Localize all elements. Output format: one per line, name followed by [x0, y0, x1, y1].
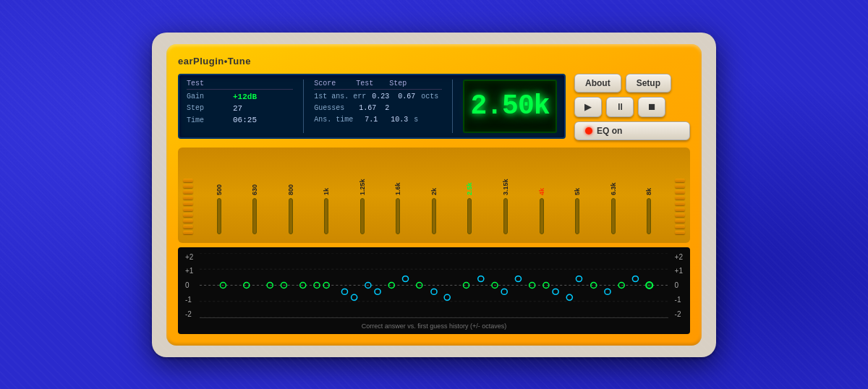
band-2k[interactable]: 2k [416, 152, 452, 237]
band-800-track[interactable] [289, 198, 293, 234]
band-630-label: 630 [251, 152, 258, 195]
band-2.5k[interactable]: 2.5k [452, 152, 488, 237]
band-5k[interactable]: 5k [559, 152, 595, 237]
rib [183, 196, 193, 200]
band-1.25k[interactable]: 1.25k [344, 152, 380, 237]
band-1.6k[interactable]: 1.6k [380, 152, 417, 237]
lcd-divider-1 [303, 80, 304, 133]
chart-svg [200, 253, 668, 317]
test-col-header: Test [356, 80, 373, 87]
svg-point-32 [605, 288, 610, 294]
big-freq-display: 2.50k [463, 80, 557, 133]
band-1.25k-track[interactable] [360, 198, 365, 234]
svg-point-17 [402, 275, 408, 281]
eq-on-label: EQ on [597, 126, 622, 136]
band-5k-track[interactable] [575, 198, 579, 234]
rib [675, 202, 685, 205]
lcd-divider-2 [452, 80, 453, 133]
lcd-score-section: Score Test Step 1st ans. err 0.23 0.67 o… [314, 80, 442, 133]
band-3.15k-track[interactable] [503, 198, 508, 234]
band-1k-track[interactable] [324, 198, 328, 234]
slider-container: 500 630 800 1k 1.25k [195, 152, 673, 237]
stat-row-time: Time 06:25 [187, 115, 293, 125]
rib [675, 225, 685, 228]
band-800-label: 800 [287, 152, 294, 195]
y-axis-right: +2 +1 0 -1 -2 [675, 253, 683, 318]
band-6.3k[interactable]: 6.3k [595, 152, 631, 237]
play-button[interactable]: ▶ [574, 97, 602, 117]
band-6.3k-label: 6.3k [610, 152, 617, 195]
band-4k[interactable]: 4k [524, 152, 560, 237]
svg-point-28 [553, 288, 558, 294]
top-section: Test Gain +12dB Step 27 Time 06:25 [178, 74, 690, 140]
band-2.5k-track[interactable] [467, 198, 472, 234]
rib [183, 231, 193, 234]
score-header: Score Test Step [314, 80, 442, 90]
eq-on-button[interactable]: EQ on [574, 121, 690, 140]
band-8k[interactable]: 8k [631, 152, 667, 237]
band-3.15k[interactable]: 3.15k [488, 152, 524, 237]
rib [183, 179, 193, 182]
svg-point-13 [352, 294, 357, 300]
y-label-right-zero: 0 [675, 281, 683, 289]
ribs-right [673, 176, 687, 237]
band-1k[interactable]: 1k [309, 152, 345, 237]
pause-button[interactable]: ⏸ [606, 97, 634, 117]
top-buttons: About Setup [574, 74, 690, 93]
y-label-plus2: +2 [185, 253, 193, 261]
ans-time-label: Ans. time [314, 115, 353, 125]
y-label-right-minus2: -2 [675, 310, 683, 318]
stop-button[interactable]: ⏹ [638, 97, 665, 117]
eq-dot-indicator [585, 127, 592, 134]
y-label-plus1: +1 [185, 267, 193, 275]
svg-point-34 [632, 275, 638, 281]
band-4k-track[interactable] [540, 198, 544, 234]
svg-point-35 [646, 282, 652, 288]
lcd-header: Test [187, 80, 293, 90]
lcd-stats-left: Test Gain +12dB Step 27 Time 06:25 [187, 80, 293, 133]
score-row-2: Guesses 1.67 2 [314, 103, 442, 114]
rib [183, 225, 193, 228]
band-8k-track[interactable] [647, 198, 651, 234]
ans-time-score: 7.1 [365, 115, 385, 125]
svg-point-22 [478, 275, 484, 281]
y-label-zero: 0 [185, 281, 193, 289]
device-body: earPlugin•Tune Test Gain +12dB Step [166, 44, 702, 346]
svg-point-29 [566, 294, 572, 300]
ans-err-score: 0.23 [372, 92, 392, 102]
stat-row-step: Step 27 [187, 103, 293, 114]
ans-err-step: 0.67 [398, 92, 415, 102]
step-value: 27 [233, 103, 242, 114]
band-800[interactable]: 800 [273, 152, 309, 237]
band-500-track[interactable] [217, 198, 221, 234]
about-button[interactable]: About [574, 74, 621, 93]
band-630[interactable]: 630 [237, 152, 273, 237]
band-2k-track[interactable] [432, 198, 436, 234]
svg-point-25 [515, 275, 521, 281]
band-1.6k-track[interactable] [396, 198, 400, 234]
time-label: Time [187, 116, 230, 125]
rib [675, 219, 685, 223]
band-6.3k-track[interactable] [611, 198, 616, 234]
rib [675, 196, 685, 200]
gain-value: +12dB [233, 92, 257, 102]
chart-caption: Correct answer vs. first guess history (… [362, 322, 506, 330]
rib [675, 231, 685, 234]
test-header: Test [187, 80, 204, 87]
score-row-1: 1st ans. err 0.23 0.67 octs [314, 92, 442, 102]
guesses-step: 2 [385, 103, 402, 114]
rib [183, 202, 193, 205]
right-controls: About Setup ▶ ⏸ ⏹ EQ on [574, 74, 690, 140]
gain-label: Gain [187, 92, 230, 101]
pause-icon: ⏸ [616, 101, 625, 112]
rib [675, 213, 685, 217]
y-label-minus1: -1 [185, 296, 193, 304]
band-1.25k-label: 1.25k [359, 152, 366, 195]
rib [183, 219, 193, 223]
ribs-left [181, 176, 195, 237]
ans-time-unit: s [414, 115, 418, 125]
y-label-right-plus2: +2 [675, 253, 683, 261]
band-630-track[interactable] [252, 198, 257, 234]
setup-button[interactable]: Setup [626, 74, 671, 93]
band-500[interactable]: 500 [201, 152, 237, 237]
